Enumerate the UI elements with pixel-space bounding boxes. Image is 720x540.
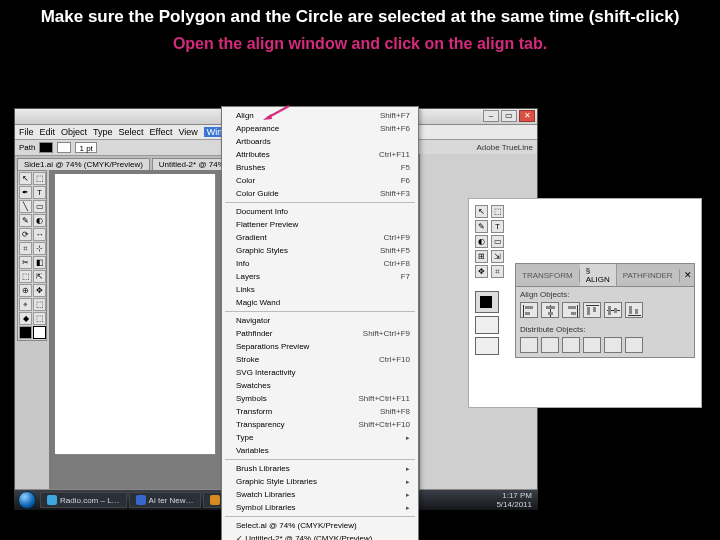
tool-button[interactable]: ⊕ — [19, 284, 32, 297]
menu-item-artboards[interactable]: Artboards — [222, 135, 418, 148]
align-hcenter-icon[interactable] — [541, 302, 559, 318]
tool-button[interactable]: ↔ — [33, 228, 46, 241]
menu-item-symbols[interactable]: SymbolsShift+Ctrl+F11 — [222, 392, 418, 405]
menu-file[interactable]: File — [19, 127, 34, 137]
menu-item-brushes[interactable]: BrushesF5 — [222, 161, 418, 174]
mini-tool[interactable]: ⬚ — [491, 205, 504, 218]
menu-view[interactable]: View — [178, 127, 197, 137]
tool-button[interactable]: ⊹ — [33, 242, 46, 255]
minimize-button[interactable]: – — [483, 110, 499, 122]
tool-button[interactable]: ⇱ — [33, 270, 46, 283]
tool-button[interactable]: ◆ — [19, 312, 32, 325]
dist-top-icon[interactable] — [520, 337, 538, 353]
maximize-button[interactable]: ▭ — [501, 110, 517, 122]
mini-tool[interactable]: ▭ — [491, 235, 504, 248]
dist-bottom-icon[interactable] — [562, 337, 580, 353]
tool-button[interactable]: ⌖ — [19, 298, 32, 311]
tool-button[interactable]: ▭ — [33, 200, 46, 213]
menu-item-variables[interactable]: Variables — [222, 444, 418, 457]
menu-item-appearance[interactable]: AppearanceShift+F6 — [222, 122, 418, 135]
mini-tool[interactable]: ◐ — [475, 235, 488, 248]
menu-item-gradient[interactable]: GradientCtrl+F9 — [222, 231, 418, 244]
tab-align[interactable]: § ALIGN — [580, 264, 617, 286]
menu-item-graphic-styles[interactable]: Graphic StylesShift+F5 — [222, 244, 418, 257]
stroke-swatch[interactable] — [33, 326, 46, 339]
menu-item-brush-libraries[interactable]: Brush Libraries — [222, 462, 418, 475]
menu-item-transform[interactable]: TransformShift+F8 — [222, 405, 418, 418]
menu-edit[interactable]: Edit — [40, 127, 56, 137]
swatch-icon[interactable] — [475, 337, 499, 355]
taskbar-item[interactable]: Ai ter New… — [129, 492, 201, 508]
tool-button[interactable]: ↖ — [19, 172, 32, 185]
start-orb[interactable] — [18, 491, 36, 509]
dist-right-icon[interactable] — [625, 337, 643, 353]
menu-item-untitled-2-74-cmyk-preview[interactable]: ✓ Untitled-2* @ 74% (CMYK/Preview) — [222, 532, 418, 540]
align-right-icon[interactable] — [562, 302, 580, 318]
tool-button[interactable]: ✒ — [19, 186, 32, 199]
menu-item-stroke[interactable]: StrokeCtrl+F10 — [222, 353, 418, 366]
mini-tool[interactable]: ↖ — [475, 205, 488, 218]
tool-button[interactable]: ⌗ — [19, 242, 32, 255]
menu-item-swatches[interactable]: Swatches — [222, 379, 418, 392]
menu-item-svg-interactivity[interactable]: SVG Interactivity — [222, 366, 418, 379]
menu-item-document-info[interactable]: Document Info — [222, 205, 418, 218]
menu-item-flattener-preview[interactable]: Flattener Preview — [222, 218, 418, 231]
taskbar-item[interactable]: Radio.com – L… — [40, 492, 127, 508]
menu-effect[interactable]: Effect — [150, 127, 173, 137]
menu-object[interactable]: Object — [61, 127, 87, 137]
close-button[interactable]: ✕ — [519, 110, 535, 122]
tab-transform[interactable]: TRANSFORM — [516, 269, 580, 282]
taskbar-clock[interactable]: 1:17 PM 5/14/2011 — [490, 491, 538, 509]
menu-item-pathfinder[interactable]: PathfinderShift+Ctrl+F9 — [222, 327, 418, 340]
mini-tool[interactable]: ✥ — [475, 265, 488, 278]
mini-tool[interactable]: ⊞ — [475, 250, 488, 263]
align-left-icon[interactable] — [520, 302, 538, 318]
dist-vcenter-icon[interactable] — [541, 337, 559, 353]
mini-tool[interactable]: ⇲ — [491, 250, 504, 263]
panel-close-icon[interactable]: ✕ — [680, 270, 696, 280]
tool-button[interactable]: ⬚ — [33, 172, 46, 185]
stroke-field[interactable]: 1 pt — [75, 142, 96, 153]
menu-item-attributes[interactable]: AttributesCtrl+F11 — [222, 148, 418, 161]
mini-tool[interactable]: T — [491, 220, 504, 233]
menu-item-navigator[interactable]: Navigator — [222, 314, 418, 327]
tool-button[interactable]: ✥ — [33, 284, 46, 297]
tool-button[interactable]: T — [33, 186, 46, 199]
document-tab[interactable]: Untitled-2* @ 74% — [152, 158, 232, 170]
menu-item-color-guide[interactable]: Color GuideShift+F3 — [222, 187, 418, 200]
tab-pathfinder[interactable]: PATHFINDER — [617, 269, 680, 282]
menu-item-symbol-libraries[interactable]: Symbol Libraries — [222, 501, 418, 514]
menu-item-layers[interactable]: LayersF7 — [222, 270, 418, 283]
tool-button[interactable]: ✂ — [19, 256, 32, 269]
menu-item-type[interactable]: Type — [222, 431, 418, 444]
tool-button[interactable]: ◐ — [33, 214, 46, 227]
menu-item-info[interactable]: InfoCtrl+F8 — [222, 257, 418, 270]
dist-hcenter-icon[interactable] — [604, 337, 622, 353]
menu-item-graphic-style-libraries[interactable]: Graphic Style Libraries — [222, 475, 418, 488]
mini-tool[interactable]: ✎ — [475, 220, 488, 233]
dist-left-icon[interactable] — [583, 337, 601, 353]
fill-stroke-swatch[interactable] — [475, 291, 499, 313]
tool-button[interactable]: ⬚ — [19, 270, 32, 283]
align-vcenter-icon[interactable] — [604, 302, 622, 318]
tool-button[interactable]: ╲ — [19, 200, 32, 213]
mini-tool[interactable]: ⌗ — [491, 265, 504, 278]
menu-type[interactable]: Type — [93, 127, 113, 137]
menu-item-separations-preview[interactable]: Separations Preview — [222, 340, 418, 353]
menu-item-select-ai-74-cmyk-preview[interactable]: Select.ai @ 74% (CMYK/Preview) — [222, 519, 418, 532]
menu-item-color[interactable]: ColorF6 — [222, 174, 418, 187]
fill-swatch[interactable] — [19, 326, 32, 339]
swatch-icon[interactable] — [475, 316, 499, 334]
align-top-icon[interactable] — [583, 302, 601, 318]
tool-button[interactable]: ✎ — [19, 214, 32, 227]
menu-item-swatch-libraries[interactable]: Swatch Libraries — [222, 488, 418, 501]
menu-item-align[interactable]: AlignShift+F7 — [222, 109, 418, 122]
tool-button[interactable]: ⟳ — [19, 228, 32, 241]
tool-button[interactable]: ◧ — [33, 256, 46, 269]
menu-item-transparency[interactable]: TransparencyShift+Ctrl+F10 — [222, 418, 418, 431]
menu-item-magic-wand[interactable]: Magic Wand — [222, 296, 418, 309]
tool-button[interactable]: ⬚ — [33, 312, 46, 325]
align-bottom-icon[interactable] — [625, 302, 643, 318]
document-tab[interactable]: Side1.ai @ 74% (CMYK/Preview) — [17, 158, 150, 170]
tool-button[interactable]: ⬚ — [33, 298, 46, 311]
